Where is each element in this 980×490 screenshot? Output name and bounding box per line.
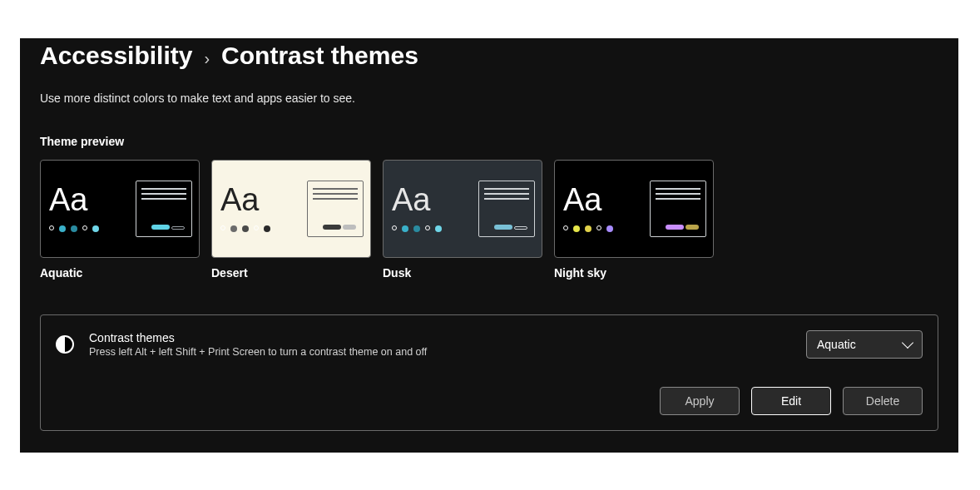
theme-sample-text: Aa <box>392 184 430 215</box>
apply-button[interactable]: Apply <box>660 387 740 415</box>
color-dot <box>413 225 420 232</box>
theme-color-dots <box>392 225 442 232</box>
color-dot <box>596 225 601 230</box>
theme-preview-dusk[interactable]: Aa <box>383 160 542 258</box>
settings-text: Contrast themes Press left Alt + left Sh… <box>89 331 791 358</box>
contrast-themes-page: Accessibility › Contrast themes Use more… <box>20 38 958 453</box>
color-dot <box>59 225 66 232</box>
theme-name-label: Aquatic <box>40 266 200 280</box>
color-dot <box>71 225 77 232</box>
color-dot <box>402 225 408 232</box>
theme-preview-desert[interactable]: Aa <box>211 160 371 258</box>
theme-sample-text: Aa <box>220 184 259 215</box>
theme-preview-item: AaDesert <box>211 160 371 280</box>
color-dot <box>563 225 568 230</box>
theme-name-label: Dusk <box>383 266 542 280</box>
theme-preview-label: Theme preview <box>40 135 938 148</box>
settings-subtitle: Press left Alt + left Shift + Print Scre… <box>89 346 791 358</box>
theme-window-icon <box>307 181 364 237</box>
theme-select-value: Aquatic <box>817 338 856 351</box>
edit-button[interactable]: Edit <box>751 387 831 415</box>
theme-preview-item: AaNight sky <box>554 160 714 280</box>
color-dot <box>230 225 237 232</box>
theme-preview-aquatic[interactable]: Aa <box>40 160 200 258</box>
color-dot <box>425 225 430 230</box>
settings-button-row: Apply Edit Delete <box>56 387 923 415</box>
theme-sample-text: Aa <box>563 184 601 215</box>
breadcrumb: Accessibility › Contrast themes <box>40 38 938 70</box>
chevron-down-icon <box>902 337 913 349</box>
theme-sample-text: Aa <box>49 184 87 215</box>
theme-color-dots <box>220 225 270 232</box>
chevron-right-icon: › <box>204 49 210 68</box>
theme-preview-night-sky[interactable]: Aa <box>554 160 714 258</box>
theme-color-dots <box>563 225 613 232</box>
theme-preview-row: AaAquaticAaDesertAaDuskAaNight sky <box>40 160 938 280</box>
color-dot <box>392 225 397 230</box>
theme-color-dots <box>49 225 99 232</box>
color-dot <box>264 225 270 232</box>
color-dot <box>82 225 87 230</box>
breadcrumb-parent[interactable]: Accessibility <box>40 42 192 70</box>
color-dot <box>254 225 259 230</box>
theme-window-icon <box>478 181 535 237</box>
color-dot <box>92 225 99 232</box>
theme-preview-item: AaAquatic <box>40 160 200 280</box>
theme-window-icon <box>136 181 192 237</box>
color-dot <box>435 225 442 232</box>
settings-title: Contrast themes <box>89 331 791 344</box>
color-dot <box>242 225 249 232</box>
theme-window-icon <box>650 181 706 237</box>
theme-name-label: Night sky <box>554 266 714 280</box>
color-dot <box>49 225 54 230</box>
theme-name-label: Desert <box>211 266 371 280</box>
delete-button[interactable]: Delete <box>843 387 923 415</box>
color-dot <box>573 225 580 232</box>
theme-select-dropdown[interactable]: Aquatic <box>806 330 923 359</box>
color-dot <box>606 225 613 232</box>
contrast-icon <box>56 335 74 354</box>
contrast-themes-settings: Contrast themes Press left Alt + left Sh… <box>40 314 938 431</box>
page-title: Contrast themes <box>221 42 418 70</box>
page-subtitle: Use more distinct colors to make text an… <box>40 92 938 105</box>
color-dot <box>220 225 225 230</box>
theme-preview-item: AaDusk <box>383 160 542 280</box>
color-dot <box>585 225 591 232</box>
